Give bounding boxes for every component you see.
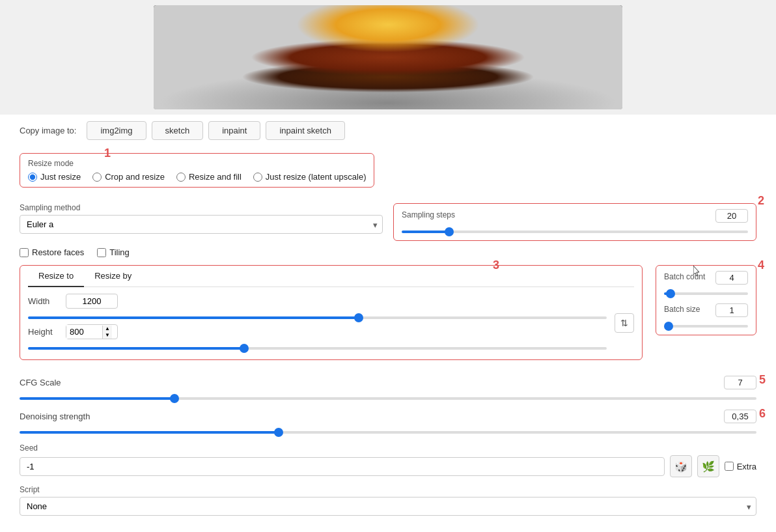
batch-box: Batch count 4 Batch size 1 (656, 265, 756, 335)
seed-recycle-btn[interactable]: 🌿 (697, 455, 719, 477)
resize-mode-box: Resize mode Just resize Crop and resize … (20, 153, 374, 188)
resize-sliders: Width 1200 Height ▲ (28, 294, 607, 352)
seed-section: Seed 🎲 🌿 Extra (20, 443, 756, 477)
resize-mode-crop-resize-radio[interactable] (92, 173, 102, 182)
resize-mode-latent[interactable]: Just resize (latent upscale) (253, 172, 367, 182)
denoising-value[interactable]: 0,35 (724, 410, 756, 423)
width-input[interactable]: 1200 (66, 294, 118, 309)
cfg-value[interactable]: 7 (724, 376, 756, 389)
copy-inpaint-sketch-btn[interactable]: inpaint sketch (266, 121, 345, 140)
batch-size-value[interactable]: 1 (715, 303, 748, 317)
batch-size-field: Batch size 1 (664, 303, 748, 329)
denoising-label-row: Denoising strength 0,35 (20, 410, 756, 423)
batch-size-label: Batch size (664, 305, 700, 314)
cfg-row: CFG Scale 7 (20, 376, 756, 402)
main-container: Copy image to: img2img sketch inpaint in… (0, 0, 776, 522)
resize-tabs: Resize to Resize by (28, 266, 634, 287)
height-up-btn[interactable]: ▲ (103, 326, 112, 332)
height-slider[interactable] (28, 347, 607, 350)
height-spin: ▲ ▼ (66, 324, 118, 339)
sampling-method-select[interactable]: Euler a (20, 215, 383, 234)
copy-img2img-btn[interactable]: img2img (87, 121, 146, 140)
sampling-steps-label: Sampling steps (402, 210, 455, 219)
badge-1: 1 (104, 147, 111, 160)
denoising-row: Denoising strength 0,35 (20, 410, 756, 436)
batch-count-value[interactable]: 4 (715, 271, 748, 285)
seed-dice-btn[interactable]: 🎲 (670, 455, 692, 477)
height-label: Height (28, 327, 61, 337)
main-controls-row: Resize to Resize by Width 1200 (20, 265, 756, 368)
seed-label: Seed (20, 443, 756, 453)
batch-size-slider[interactable] (664, 325, 748, 328)
copy-inpaint-btn[interactable]: inpaint (208, 121, 260, 140)
resize-mode-fill-radio[interactable] (176, 173, 186, 182)
badge-6: 6 (759, 407, 766, 421)
denoising-slider[interactable] (20, 431, 756, 434)
height-row: Height ▲ ▼ (28, 324, 607, 339)
resize-by-tab[interactable]: Resize by (84, 266, 142, 287)
sampling-steps-slider[interactable] (402, 231, 748, 233)
width-slider[interactable] (28, 316, 607, 319)
tiling-checkbox[interactable]: Tiling (97, 247, 130, 257)
badge-2: 2 (758, 194, 764, 208)
cfg-label: CFG Scale (20, 378, 61, 387)
seed-extra-checkbox[interactable]: Extra (725, 462, 756, 471)
batch-count-label: Batch count (664, 272, 705, 281)
restore-faces-checkbox[interactable]: Restore faces (20, 247, 84, 257)
image-area (0, 0, 776, 115)
height-spinners: ▲ ▼ (102, 326, 112, 339)
sampling-method-col: Sampling method Euler a ▾ (20, 203, 383, 234)
batch-count-slider[interactable] (664, 292, 748, 295)
dice-icon: 🎲 (674, 460, 687, 473)
batch-count-field: Batch count 4 (664, 271, 748, 297)
sampling-steps-box: Sampling steps 20 (393, 203, 756, 241)
seed-input[interactable] (20, 457, 665, 476)
height-input[interactable] (66, 325, 102, 339)
controls-area: Resize mode Just resize Crop and resize … (0, 147, 776, 522)
tiling-input[interactable] (97, 248, 106, 257)
denoising-section: Denoising strength 0,35 6 (20, 410, 756, 436)
script-select-wrapper: None ▾ (20, 497, 756, 516)
script-select[interactable]: None (20, 497, 756, 516)
height-down-btn[interactable]: ▼ (103, 332, 112, 339)
sampling-steps-value[interactable]: 20 (715, 209, 748, 223)
seed-row: 🎲 🌿 Extra (20, 455, 756, 477)
cfg-section: CFG Scale 7 5 (20, 376, 756, 402)
burger-image (154, 5, 622, 109)
resize-mode-fill[interactable]: Resize and fill (176, 172, 242, 182)
badge-4: 4 (758, 259, 764, 272)
sampling-row: Sampling method Euler a ▾ Sampling steps… (20, 203, 756, 241)
resize-to-tab[interactable]: Resize to (28, 266, 84, 287)
recycle-icon: 🌿 (702, 460, 715, 473)
resize-mode-just-resize-radio[interactable] (28, 173, 37, 182)
denoising-label: Denoising strength (20, 412, 90, 421)
width-row: Width 1200 (28, 294, 607, 309)
badge-3: 3 (493, 259, 499, 272)
seed-extra-input[interactable] (725, 462, 734, 471)
checkboxes-row: Restore faces Tiling (20, 247, 756, 257)
copy-image-row: Copy image to: img2img sketch inpaint in… (0, 115, 776, 147)
script-label: Script (20, 485, 756, 494)
resize-mode-radio-group: Just resize Crop and resize Resize and f… (28, 172, 366, 182)
cfg-slider[interactable] (20, 397, 756, 400)
copy-sketch-btn[interactable]: sketch (152, 121, 204, 140)
resize-mode-crop-resize[interactable]: Crop and resize (92, 172, 165, 182)
badge-5: 5 (759, 373, 766, 387)
swap-dimensions-btn[interactable]: ⇅ (615, 313, 634, 333)
cfg-label-row: CFG Scale 7 (20, 376, 756, 389)
resize-mode-just-resize[interactable]: Just resize (28, 172, 81, 182)
copy-image-label: Copy image to: (20, 126, 76, 135)
resize-inner: Width 1200 Height ▲ (28, 294, 634, 352)
resize-mode-label: Resize mode (28, 159, 366, 168)
width-label: Width (28, 296, 61, 306)
sampling-method-label: Sampling method (20, 203, 383, 212)
resize-mode-latent-radio[interactable] (253, 173, 262, 182)
sampling-method-select-wrapper: Euler a ▾ (20, 215, 383, 234)
script-section: Script None ▾ (20, 485, 756, 516)
resize-box: Resize to Resize by Width 1200 (20, 265, 643, 360)
restore-faces-input[interactable] (20, 248, 29, 257)
